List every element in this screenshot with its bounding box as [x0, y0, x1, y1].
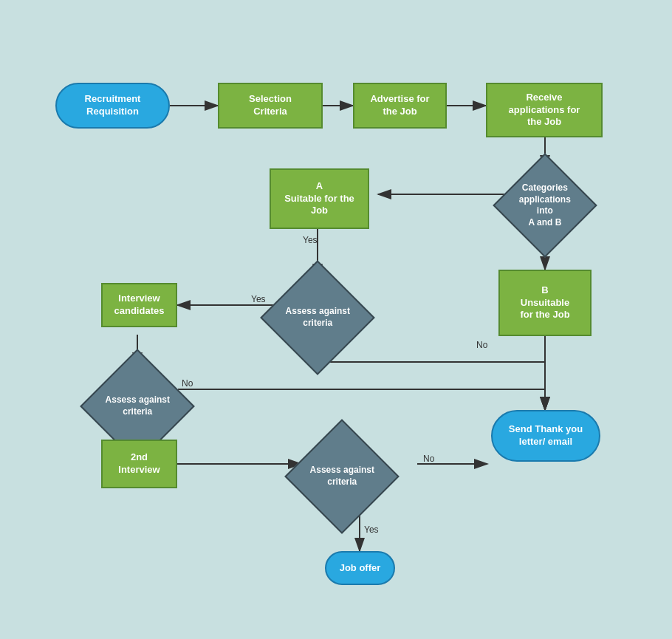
receive-applications-node: Receive applications for the Job: [486, 83, 603, 137]
no-label-assess2: No: [182, 378, 193, 389]
categories-node: Categories applications into A and B: [493, 153, 597, 257]
yes-label-2: Yes: [251, 294, 266, 304]
advertise-node: Advertise for the Job: [353, 83, 447, 129]
no-label-unsuitable: No: [476, 340, 487, 350]
job-offer-node: Job offer: [325, 551, 395, 585]
yes-label-3: Yes: [364, 524, 379, 535]
yes-label-1: Yes: [303, 235, 318, 245]
second-interview-node: 2nd Interview: [101, 440, 177, 488]
no-label-3: No: [423, 454, 434, 464]
unsuitable-node: B Unsuitable for the Job: [498, 270, 592, 336]
recruitment-requisition-node: Recruitment Requisition: [55, 83, 170, 129]
selection-criteria-node: Selection Criteria: [218, 83, 323, 129]
assess-criteria-1-node: Assess against criteria: [260, 260, 375, 375]
send-thank-you-node: Send Thank you letter/ email: [491, 410, 600, 462]
interview-candidates-node: Interview candidates: [101, 283, 177, 327]
assess-criteria-3-node: Assess against criteria: [284, 419, 400, 534]
suitable-node: A Suitable for the Job: [270, 168, 369, 229]
